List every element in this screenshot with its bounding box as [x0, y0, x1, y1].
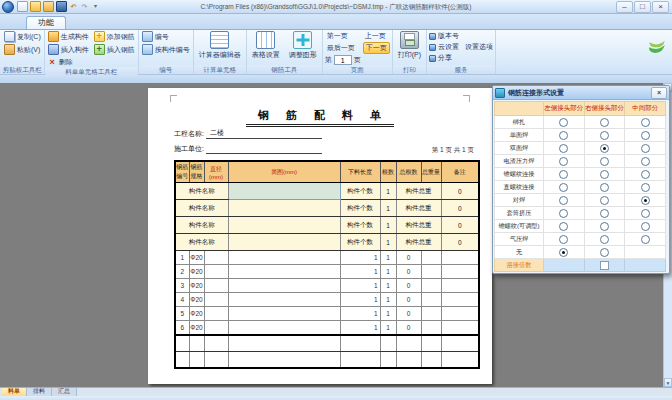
- ribbon-tail: [0, 75, 672, 83]
- group-label: 剪贴板工具栏: [1, 65, 44, 74]
- prev-page-button[interactable]: 上一页: [363, 31, 390, 41]
- connection-type-label: 无: [495, 246, 544, 259]
- radio-icon[interactable]: [641, 196, 650, 205]
- bottom-tab-汇总[interactable]: 汇总: [52, 388, 77, 396]
- connection-type-label: 直螺纹连接: [495, 181, 544, 194]
- name-cell[interactable]: [228, 234, 340, 251]
- first-page-button[interactable]: 第一页: [325, 31, 357, 41]
- scroll-down-icon[interactable]: ▼: [664, 378, 672, 387]
- calculator-editor-button[interactable]: 计算器编辑器: [196, 31, 244, 60]
- number-by-component-button[interactable]: 按构件编号: [141, 44, 191, 55]
- radio-icon[interactable]: [641, 144, 650, 153]
- radio-icon[interactable]: [600, 131, 609, 140]
- radio-icon[interactable]: [559, 131, 568, 140]
- crop-mark: [170, 95, 177, 102]
- radio-icon[interactable]: [559, 144, 568, 153]
- dialog-corner: [495, 102, 544, 116]
- adjust-graph-button[interactable]: 调整图形: [286, 31, 320, 60]
- page-suffix-label: 页: [354, 55, 361, 65]
- window-controls: – □ ×: [616, 1, 672, 13]
- detail-row: 5Φ20110: [175, 307, 479, 321]
- radio-icon[interactable]: [641, 118, 650, 127]
- save-icon[interactable]: [56, 1, 67, 12]
- new-file-icon[interactable]: [17, 1, 28, 12]
- cloud-settings-button[interactable]: 云设置: [429, 42, 459, 52]
- radio-icon[interactable]: [641, 222, 650, 231]
- share-icon: [429, 55, 436, 62]
- connection-type-label: 对焊: [495, 194, 544, 207]
- renumber-button[interactable]: 编号: [141, 31, 191, 42]
- radio-icon[interactable]: [641, 235, 650, 244]
- checkbox-icon[interactable]: [600, 261, 609, 270]
- radio-icon[interactable]: [600, 118, 609, 127]
- tab-function[interactable]: 功能: [26, 16, 66, 29]
- radio-icon[interactable]: [559, 183, 568, 192]
- radio-icon[interactable]: [600, 170, 609, 179]
- detail-row: 3Φ20110: [175, 279, 479, 293]
- paste-icon: [4, 44, 15, 55]
- radio-icon[interactable]: [559, 235, 568, 244]
- radio-icon[interactable]: [600, 235, 609, 244]
- print-button[interactable]: 打印(P): [395, 31, 424, 60]
- radio-icon[interactable]: [559, 248, 568, 257]
- add-rebar-button[interactable]: +添加钢筋: [93, 31, 136, 42]
- radio-icon[interactable]: [641, 131, 650, 140]
- radio-icon[interactable]: [600, 209, 609, 218]
- insert-component-button[interactable]: 插入构件: [47, 44, 90, 55]
- dialog-title: 钢筋连接形式设置: [508, 88, 564, 98]
- radio-icon[interactable]: [641, 209, 650, 218]
- app-logo-icon[interactable]: [2, 1, 14, 13]
- radio-icon[interactable]: [600, 222, 609, 231]
- next-page-button[interactable]: 下一页: [363, 42, 390, 54]
- version-button[interactable]: 版本号: [429, 31, 459, 41]
- table-settings-button[interactable]: 表格设置: [249, 31, 283, 60]
- paste-button[interactable]: 粘贴(V): [3, 44, 42, 55]
- generate-component-button[interactable]: 生成构件: [47, 31, 90, 42]
- bottom-tab-strip: 料单排料汇总: [0, 387, 672, 396]
- bottom-tab-料单[interactable]: 料单: [2, 388, 27, 396]
- name-cell[interactable]: [228, 217, 340, 234]
- radio-icon[interactable]: [600, 248, 609, 257]
- group-cell-tools: 生成构件 插入构件 ×删除 +添加钢筋 +插入钢筋 料单单元格工具栏: [45, 30, 139, 74]
- maximize-button[interactable]: □: [634, 1, 651, 13]
- crop-mark: [463, 95, 470, 102]
- qat-dropdown-icon[interactable]: ▾: [91, 2, 100, 11]
- radio-icon[interactable]: [559, 196, 568, 205]
- dialog-row: 双面焊: [495, 142, 666, 155]
- radio-icon[interactable]: [559, 170, 568, 179]
- radio-icon[interactable]: [641, 157, 650, 166]
- radio-icon[interactable]: [559, 222, 568, 231]
- minimize-button[interactable]: –: [616, 1, 633, 13]
- radio-icon[interactable]: [641, 170, 650, 179]
- dialog-title-bar[interactable]: 钢筋连接形式设置 ×: [493, 86, 669, 100]
- last-page-button[interactable]: 最后一页: [325, 43, 357, 53]
- radio-icon[interactable]: [559, 157, 568, 166]
- close-button[interactable]: ×: [652, 1, 669, 13]
- bottom-tab-排料[interactable]: 排料: [27, 388, 52, 396]
- redo-icon[interactable]: ↷: [80, 2, 89, 11]
- import-file-icon[interactable]: [43, 1, 54, 12]
- options-button[interactable]: 设置选项: [465, 42, 493, 52]
- selected-cell[interactable]: [228, 183, 340, 200]
- radio-icon[interactable]: [600, 196, 609, 205]
- radio-icon[interactable]: [559, 118, 568, 127]
- dialog-row: 锥螺纹连接: [495, 168, 666, 181]
- dialog-close-button[interactable]: ×: [651, 87, 667, 99]
- insert-component-icon: [48, 44, 59, 55]
- open-file-icon[interactable]: [30, 1, 41, 12]
- radio-icon[interactable]: [600, 157, 609, 166]
- page-number-input[interactable]: [334, 55, 352, 65]
- undo-icon[interactable]: ↶: [69, 2, 78, 11]
- share-button[interactable]: 分享: [429, 53, 452, 63]
- radio-icon[interactable]: [641, 183, 650, 192]
- radio-icon[interactable]: [600, 144, 609, 153]
- insert-rebar-button[interactable]: +插入钢筋: [93, 44, 136, 55]
- copy-button[interactable]: 复制(C): [3, 31, 42, 42]
- group-rebar-tools: 表格设置 调整图形 钢筋工具: [247, 30, 323, 74]
- name-cell[interactable]: [228, 200, 340, 217]
- radio-icon[interactable]: [559, 209, 568, 218]
- quick-access-toolbar: ↶ ↷ ▾: [17, 1, 100, 12]
- footer-label: 搭接倍数: [495, 259, 544, 272]
- radio-icon[interactable]: [600, 183, 609, 192]
- delete-button[interactable]: ×删除: [47, 57, 90, 67]
